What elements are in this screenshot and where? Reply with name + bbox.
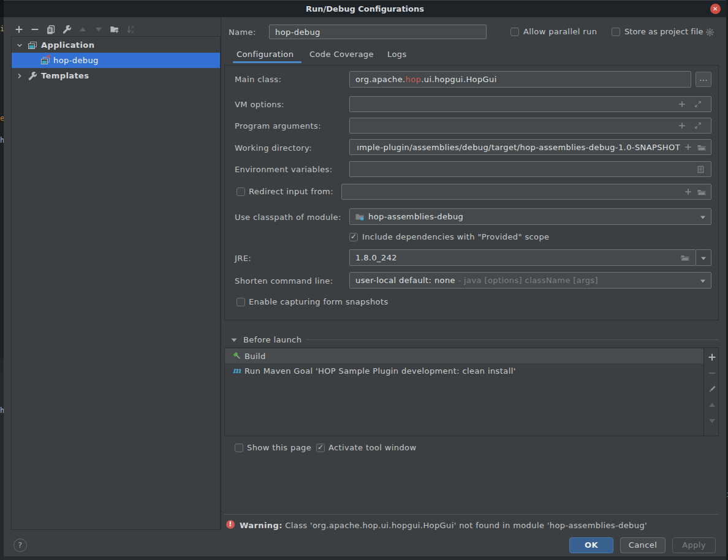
collapse-arrow-icon[interactable] <box>231 337 237 343</box>
tab-configuration[interactable]: Configuration <box>237 50 294 59</box>
use-classpath-combobox[interactable]: hop-assemblies-debug <box>349 208 711 225</box>
chevron-right-icon[interactable] <box>16 72 23 80</box>
close-icon[interactable]: ✕ <box>710 4 721 14</box>
warning-icon: ! <box>226 520 235 529</box>
browse-jre-folder-icon[interactable] <box>680 253 690 263</box>
shorten-hint: - java [options] className [args] <box>455 276 598 285</box>
working-directory-label: Working directory: <box>235 143 312 153</box>
maven-task-label: Run Maven Goal 'HOP Sample Plugin develo… <box>245 366 516 376</box>
screen: i e h h i Run/Debug Configurations ✕ App… <box>0 0 728 560</box>
active-tab-underline <box>233 61 301 63</box>
list-toolbar-separator <box>703 348 704 436</box>
checkbox-icon[interactable] <box>235 444 243 452</box>
list-item-build[interactable]: Build <box>225 349 703 363</box>
browse-variables-icon[interactable] <box>696 165 705 174</box>
checkbox-checked-icon[interactable] <box>349 233 358 241</box>
dialog-title: Run/Debug Configurations <box>4 1 726 17</box>
dropdown-arrow-icon <box>700 255 707 262</box>
edit-defaults-icon[interactable] <box>62 25 72 34</box>
ide-background-bottom <box>4 556 726 560</box>
tab-logs[interactable]: Logs <box>387 50 407 59</box>
checkbox-checked-icon[interactable] <box>316 444 325 452</box>
apply-button[interactable]: Apply <box>672 537 716 553</box>
redirect-input-label: Redirect input from: <box>249 187 333 196</box>
vm-options-label: VM options: <box>235 100 284 109</box>
new-folder-icon[interactable] <box>110 25 119 34</box>
checkbox-icon[interactable] <box>510 28 519 36</box>
add-task-icon[interactable] <box>707 352 717 362</box>
help-button[interactable]: ? <box>13 539 27 552</box>
tree-item-templates[interactable]: Templates <box>12 68 220 83</box>
jre-label: JRE: <box>235 254 251 263</box>
build-hammer-icon <box>232 351 241 361</box>
before-launch-title: Before launch <box>243 335 301 344</box>
remove-configuration-icon[interactable] <box>30 25 40 34</box>
environment-variables-input[interactable] <box>349 161 711 177</box>
show-this-page-label: Show this page <box>247 443 311 452</box>
checkbox-icon[interactable] <box>612 28 620 36</box>
before-launch-separator <box>306 339 719 340</box>
gear-icon[interactable] <box>705 28 715 37</box>
warning-label: Warning: <box>240 521 282 530</box>
configurations-tree: Application hop-debug Templates <box>11 36 221 530</box>
dialog-titlebar[interactable]: Run/Debug Configurations ✕ <box>4 0 726 17</box>
browse-folder-icon[interactable] <box>697 143 707 153</box>
tree-label-templates: Templates <box>41 71 89 80</box>
list-item-maven-goal[interactable]: m Run Maven Goal 'HOP Sample Plugin deve… <box>225 363 703 378</box>
move-task-up-icon[interactable] <box>707 400 717 410</box>
warning-text: Class 'org.apache.hop.ui.hopgui.HopGui' … <box>285 521 647 530</box>
dropdown-arrow-icon[interactable] <box>700 278 706 284</box>
move-task-down-icon[interactable] <box>707 416 717 426</box>
maven-icon: m <box>232 366 241 376</box>
working-directory-input[interactable]: ımple-plugin/assemblies/debug/target/hop… <box>349 139 711 155</box>
program-arguments-label: Program arguments: <box>235 121 321 131</box>
svg-text:m: m <box>233 366 241 375</box>
add-macro-icon[interactable] <box>684 187 692 196</box>
tree-item-hop-debug[interactable]: hop-debug <box>12 53 220 68</box>
main-class-input[interactable]: org.apache.hop.ui.hopgui.HopGui <box>349 71 691 88</box>
ok-button[interactable]: OK <box>569 537 613 553</box>
redirect-input-field[interactable] <box>341 184 711 200</box>
program-arguments-input[interactable] <box>349 118 711 134</box>
checkbox-icon[interactable] <box>237 187 245 196</box>
application-icon <box>28 40 37 50</box>
add-configuration-icon[interactable] <box>14 25 24 34</box>
jre-value: 1.8.0_242 <box>355 250 691 265</box>
jre-combobox[interactable]: 1.8.0_242 <box>349 249 696 266</box>
jre-dropdown-button[interactable] <box>696 249 711 266</box>
tree-item-application[interactable]: Application <box>12 37 220 53</box>
browse-main-class-button[interactable]: ... <box>696 72 711 87</box>
module-icon <box>355 212 365 222</box>
panel-separator <box>221 17 221 530</box>
main-class-value: org.apache.hop.ui.hopgui.HopGui <box>355 72 686 87</box>
remove-task-icon[interactable] <box>707 368 717 378</box>
add-macro-icon[interactable] <box>684 143 692 151</box>
expand-field-icon[interactable] <box>694 100 702 108</box>
checkbox-icon[interactable] <box>237 298 245 306</box>
templates-icon <box>28 71 37 81</box>
dropdown-arrow-icon[interactable] <box>700 214 706 221</box>
sort-configurations-icon[interactable] <box>126 25 135 34</box>
include-provided-label: Include dependencies with "Provided" sco… <box>362 232 550 241</box>
vm-options-input[interactable] <box>349 96 711 112</box>
copy-configuration-icon[interactable] <box>46 25 56 34</box>
move-up-icon[interactable] <box>78 25 88 34</box>
add-macro-icon[interactable] <box>678 121 686 130</box>
warning-message: Warning: Class 'org.apache.hop.ui.hopgui… <box>240 521 647 530</box>
error-highlight: hop <box>406 75 422 84</box>
expand-field-icon[interactable] <box>694 121 702 130</box>
name-label: Name: <box>229 28 256 37</box>
shorten-command-line-combobox[interactable]: user-local default: none - java [options… <box>349 272 711 289</box>
move-down-icon[interactable] <box>94 25 104 34</box>
chevron-down-icon[interactable] <box>16 42 23 49</box>
store-as-project-file-label: Store as project file <box>624 27 703 36</box>
edit-task-icon[interactable] <box>707 384 717 394</box>
name-input[interactable]: hop-debug <box>269 25 487 39</box>
tab-code-coverage[interactable]: Code Coverage <box>309 50 374 59</box>
hop-debug-config-icon <box>40 56 50 66</box>
configurations-toolbar <box>14 25 135 34</box>
browse-folder-icon[interactable] <box>697 187 707 197</box>
cancel-button[interactable]: Cancel <box>620 537 665 553</box>
add-macro-icon[interactable] <box>678 100 686 108</box>
build-task-label: Build <box>245 352 266 361</box>
